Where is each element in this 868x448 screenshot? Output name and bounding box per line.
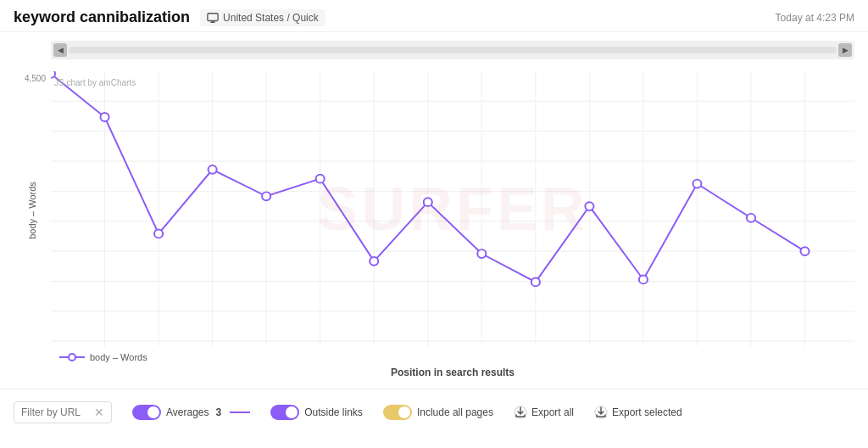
chart-container: ◀ ▶ body – Words SURFER JS chart by amCh…	[0, 32, 868, 389]
monitor-icon	[207, 12, 219, 24]
page-title: keyword cannibalization	[14, 8, 190, 26]
svg-point-37	[693, 180, 701, 188]
svg-point-29	[262, 192, 270, 200]
svg-rect-0	[208, 13, 218, 20]
export-all-label: Export all	[531, 406, 574, 418]
include-all-label: Include all pages	[417, 406, 493, 418]
outside-links-label: Outside links	[304, 406, 363, 418]
export-selected-button[interactable]: Export selected	[594, 406, 682, 419]
svg-point-28	[209, 165, 217, 174]
export-all-button[interactable]: Export all	[514, 406, 574, 419]
timestamp: Today at 4:23 PM	[776, 12, 854, 24]
svg-point-32	[424, 198, 432, 206]
svg-point-38	[747, 214, 755, 222]
averages-label: Averages	[166, 406, 209, 418]
x-axis-label: Position in search results	[51, 367, 854, 378]
include-all-item: Include all pages	[383, 405, 493, 420]
legend-line-icon	[59, 351, 85, 363]
svg-point-27	[154, 230, 163, 238]
legend-label: body – Words	[90, 352, 147, 362]
svg-point-26	[100, 113, 108, 121]
header: keyword cannibalization United States / …	[0, 0, 868, 32]
averages-item: Averages 3	[132, 405, 250, 420]
footer: ✕ Averages 3 Outside links Include all p…	[0, 389, 868, 434]
svg-point-31	[370, 257, 378, 266]
scroll-track	[69, 47, 837, 53]
svg-point-65	[69, 354, 75, 361]
export-selected-label: Export selected	[612, 406, 682, 418]
filter-url-wrapper[interactable]: ✕	[14, 401, 112, 423]
averages-line-indicator	[230, 412, 250, 413]
svg-point-33	[477, 249, 486, 258]
averages-value: 3	[215, 406, 221, 418]
svg-point-36	[639, 276, 648, 284]
svg-point-35	[585, 202, 593, 210]
outside-links-item: Outside links	[270, 405, 363, 420]
scroll-right-handle[interactable]: ▶	[838, 43, 852, 57]
y-axis-labels-svg: 4,500	[7, 71, 49, 346]
scroll-bar[interactable]: ◀ ▶	[51, 41, 854, 59]
export-selected-icon	[594, 406, 608, 419]
chart-credit: JS chart by amCharts	[54, 78, 136, 87]
chart-svg: 500 1,000 1,500 2,000 2,500 3,000 3,500 …	[51, 71, 854, 346]
svg-point-34	[531, 277, 540, 286]
chart-area: SURFER JS chart by amCharts 4,500	[51, 71, 854, 346]
export-all-icon	[514, 406, 527, 419]
location-badge: United States / Quick	[200, 9, 326, 26]
filter-url-input[interactable]	[21, 406, 89, 418]
include-all-toggle[interactable]	[383, 405, 412, 420]
header-left: keyword cannibalization United States / …	[14, 8, 326, 26]
outside-links-toggle[interactable]	[270, 405, 299, 420]
svg-point-25	[51, 71, 55, 78]
location-text: United States / Quick	[223, 12, 319, 24]
filter-clear-icon[interactable]: ✕	[94, 406, 104, 419]
svg-point-39	[800, 247, 809, 255]
averages-toggle[interactable]	[132, 405, 161, 420]
svg-text:4,500: 4,500	[25, 74, 46, 83]
scroll-left-handle[interactable]: ◀	[53, 43, 67, 57]
svg-point-30	[316, 175, 325, 183]
chart-legend: body – Words	[59, 351, 147, 363]
